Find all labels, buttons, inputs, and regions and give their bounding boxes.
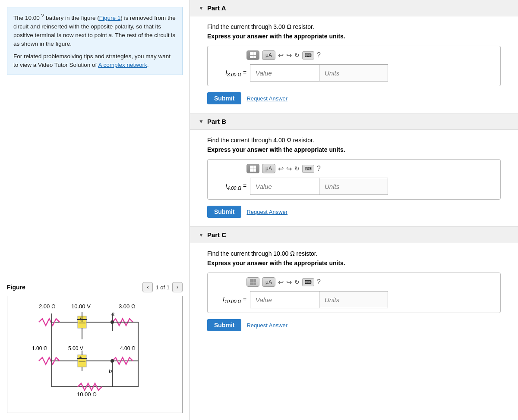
svg-text:4.00 Ω: 4.00 Ω (120, 345, 136, 351)
figure-next-button[interactable]: › (172, 282, 183, 292)
part-a-label: Part A (207, 4, 226, 12)
part-c-header[interactable]: ▼ Part C (190, 227, 518, 243)
part-b-mu-button[interactable]: μA (262, 164, 275, 173)
part-a-units-input[interactable] (319, 64, 388, 81)
part-c-help-button[interactable]: ? (317, 278, 321, 286)
figure-header: Figure ‹ 1 of 1 › (7, 282, 183, 292)
info-text-1: The 10.00 V battery in the figure (Figur… (13, 13, 176, 49)
part-b-question: Find the current through 4.00 Ω resistor… (207, 137, 501, 144)
part-a-request-link[interactable]: Request Answer (246, 95, 287, 102)
part-b-body: Find the current through 4.00 Ω resistor… (190, 130, 518, 226)
svg-text:10.00 Ω: 10.00 Ω (77, 391, 97, 398)
grid-icon-b (250, 166, 256, 172)
part-c-instruction: Express your answer with the appropriate… (207, 260, 501, 266)
part-a-header[interactable]: ▼ Part A (190, 0, 518, 16)
mu-label-b: μA (265, 166, 272, 172)
part-c-toolbar: μA ↩ ↪ ↻ ⌨ ? (212, 277, 496, 287)
part-b-undo-button[interactable]: ↩ (278, 165, 284, 173)
figure1-link[interactable]: Figure 1 (99, 15, 121, 21)
part-b-answer-box: μA ↩ ↪ ↻ ⌨ ? I4.00 Ω = (207, 159, 501, 200)
figure-nav-label: 1 of 1 (155, 284, 170, 291)
right-panel: ▼ Part A Find the current through 3.00 Ω… (190, 0, 518, 420)
part-a-body: Find the current through 3.00 Ω resistor… (190, 16, 518, 113)
part-b-header[interactable]: ▼ Part B (190, 113, 518, 130)
part-a-help-button[interactable]: ? (317, 51, 321, 59)
part-c-section: ▼ Part C Find the current through 10.00 … (190, 227, 518, 340)
part-b-toolbar: μA ↩ ↪ ↻ ⌨ ? (212, 164, 496, 173)
svg-text:3.00 Ω: 3.00 Ω (119, 303, 136, 310)
part-a-mu-button[interactable]: μA (262, 50, 275, 60)
complex-network-link[interactable]: A complex network (98, 62, 147, 68)
part-c-action-row: Submit Request Answer (207, 319, 501, 331)
mu-label: μA (265, 52, 272, 58)
part-c-units-input[interactable] (319, 291, 388, 308)
left-panel: The 10.00 V battery in the figure (Figur… (0, 0, 190, 420)
part-c-keyboard-button[interactable]: ⌨ (302, 278, 314, 286)
part-c-body: Find the current through 10.00 Ω resisto… (190, 243, 518, 340)
info-text-2: For related problemsolving tips and stra… (13, 52, 176, 70)
figure-prev-button[interactable]: ‹ (142, 282, 153, 292)
circuit-svg: 2.00 Ω 10.00 V a 3.00 Ω (26, 301, 164, 408)
part-c-value-input[interactable] (250, 291, 319, 308)
part-c-submit-button[interactable]: Submit (207, 319, 241, 331)
part-a-input-row: I3.00 Ω = (212, 64, 496, 81)
part-a-toolbar: μA ↩ ↪ ↻ ⌨ ? (212, 50, 496, 60)
figure-nav: ‹ 1 of 1 › (142, 282, 183, 292)
figure-section: Figure ‹ 1 of 1 › 2.00 Ω 10.00 V a 3.00 … (7, 278, 183, 413)
part-a-instruction: Express your answer with the appropriate… (207, 33, 501, 40)
svg-text:1.00 Ω: 1.00 Ω (32, 345, 47, 351)
part-c-question: Find the current through 10.00 Ω resisto… (207, 250, 501, 257)
part-c-grid-button[interactable] (246, 277, 259, 287)
circuit-diagram: 2.00 Ω 10.00 V a 3.00 Ω (7, 296, 183, 413)
part-a-question: Find the current through 3.00 Ω resistor… (207, 23, 501, 30)
part-b-input-label: I4.00 Ω = (212, 182, 246, 191)
part-b-help-button[interactable]: ? (317, 165, 321, 172)
part-c-input-label: I10.00 Ω = (212, 296, 246, 304)
svg-text:b: b (109, 368, 112, 374)
part-b-input-row: I4.00 Ω = (212, 178, 496, 195)
part-c-redo-button[interactable]: ↪ (286, 278, 292, 286)
part-a-submit-button[interactable]: Submit (207, 92, 241, 104)
part-c-undo-button[interactable]: ↩ (278, 278, 284, 286)
part-c-label: Part C (207, 231, 226, 238)
part-a-refresh-button[interactable]: ↻ (294, 52, 300, 59)
svg-text:5.00 V: 5.00 V (68, 345, 83, 351)
part-b-instruction: Express your answer with the appropriate… (207, 146, 501, 153)
part-b-chevron: ▼ (199, 119, 204, 125)
info-box: The 10.00 V battery in the figure (Figur… (7, 7, 183, 75)
part-c-mu-button[interactable]: μA (262, 277, 275, 287)
part-a-action-row: Submit Request Answer (207, 92, 501, 104)
part-a-section: ▼ Part A Find the current through 3.00 Ω… (190, 0, 518, 113)
figure-title: Figure (7, 284, 25, 291)
grid-icon-c (250, 279, 256, 285)
mu-label-c: μA (265, 279, 272, 285)
part-a-chevron: ▼ (199, 5, 204, 11)
part-a-grid-button[interactable] (246, 50, 259, 60)
part-c-answer-box: μA ↩ ↪ ↻ ⌨ ? I10.00 Ω = (207, 273, 501, 313)
part-c-refresh-button[interactable]: ↻ (294, 279, 300, 285)
part-b-value-input[interactable] (250, 178, 319, 195)
part-b-keyboard-button[interactable]: ⌨ (302, 165, 314, 173)
part-b-grid-button[interactable] (246, 164, 259, 173)
svg-text:10.00 V: 10.00 V (71, 303, 91, 310)
part-c-input-row: I10.00 Ω = (212, 291, 496, 308)
part-b-units-input[interactable] (319, 178, 388, 195)
part-b-section: ▼ Part B Find the current through 4.00 Ω… (190, 113, 518, 227)
svg-text:2.00 Ω: 2.00 Ω (39, 303, 56, 310)
part-a-input-label: I3.00 Ω = (212, 69, 246, 77)
part-a-undo-button[interactable]: ↩ (278, 51, 284, 60)
part-b-refresh-button[interactable]: ↻ (294, 165, 300, 172)
grid-icon (250, 52, 256, 58)
part-c-request-link[interactable]: Request Answer (246, 322, 287, 329)
part-b-label: Part B (207, 118, 226, 125)
part-a-answer-box: μA ↩ ↪ ↻ ⌨ ? I3.00 Ω = (207, 46, 501, 86)
part-a-keyboard-button[interactable]: ⌨ (302, 51, 314, 60)
part-b-action-row: Submit Request Answer (207, 206, 501, 218)
part-b-request-link[interactable]: Request Answer (246, 209, 287, 215)
part-a-value-input[interactable] (250, 64, 319, 81)
part-b-submit-button[interactable]: Submit (207, 206, 241, 218)
part-a-redo-button[interactable]: ↪ (286, 51, 292, 60)
part-b-redo-button[interactable]: ↪ (286, 165, 292, 173)
part-c-chevron: ▼ (199, 232, 204, 238)
